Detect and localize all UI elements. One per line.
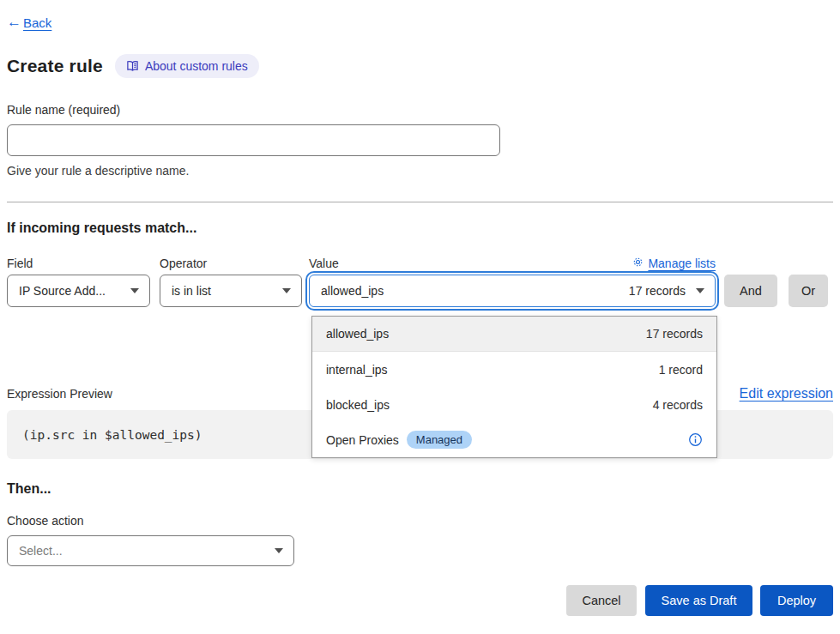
- save-as-draft-button[interactable]: Save as Draft: [645, 585, 752, 616]
- cancel-button[interactable]: Cancel: [566, 585, 637, 616]
- and-button[interactable]: And: [724, 275, 777, 307]
- info-icon[interactable]: [688, 432, 703, 447]
- action-select-placeholder: Select...: [19, 544, 63, 558]
- section-divider: [7, 202, 833, 202]
- create-rule-page: ←Back Create rule About custom rules Rul…: [0, 0, 840, 634]
- value-select-wrap: allowed_ips 17 records allowed_ips 17 re…: [309, 275, 716, 307]
- list-item-allowed-ips[interactable]: allowed_ips 17 records: [312, 317, 716, 352]
- operator-select-value: is in list: [172, 284, 211, 298]
- value-select[interactable]: allowed_ips 17 records: [309, 275, 716, 307]
- back-link[interactable]: ←Back: [7, 14, 51, 31]
- match-heading: If incoming requests match...: [7, 220, 833, 236]
- match-labels-row: Field Operator Value Manage lists: [7, 257, 833, 270]
- field-label: Field: [7, 257, 150, 270]
- rule-name-label: Rule name (required): [7, 103, 833, 117]
- value-dropdown-menu: allowed_ips 17 records internal_ips 1 re…: [311, 316, 717, 458]
- list-name: internal_ips: [326, 363, 388, 377]
- edit-expression-link[interactable]: Edit expression: [740, 386, 833, 402]
- about-custom-rules-badge[interactable]: About custom rules: [115, 54, 259, 78]
- list-item-internal-ips[interactable]: internal_ips 1 record: [312, 352, 716, 387]
- list-record-count: 4 records: [653, 398, 703, 412]
- operator-select[interactable]: is in list: [160, 275, 302, 307]
- about-badge-label: About custom rules: [145, 59, 248, 73]
- list-name: blocked_ips: [326, 398, 390, 412]
- list-item-open-proxies[interactable]: Open Proxies Managed: [312, 422, 716, 457]
- action-select[interactable]: Select...: [7, 535, 294, 566]
- then-heading: Then...: [7, 481, 833, 497]
- managed-badge: Managed: [407, 431, 472, 449]
- back-link-label: Back: [23, 15, 51, 30]
- value-select-value: allowed_ips: [321, 284, 384, 298]
- value-label: Value: [309, 257, 339, 270]
- list-record-count: 1 record: [659, 363, 703, 377]
- choose-action-label: Choose action: [7, 514, 833, 528]
- operator-label: Operator: [160, 257, 302, 270]
- chevron-down-icon: [696, 288, 704, 293]
- field-select[interactable]: IP Source Add...: [7, 275, 150, 307]
- list-item-blocked-ips[interactable]: blocked_ips 4 records: [312, 387, 716, 422]
- or-button[interactable]: Or: [789, 275, 828, 307]
- back-arrow-icon: ←: [7, 14, 21, 31]
- value-record-count: 17 records: [629, 284, 686, 298]
- gear-icon: [632, 257, 644, 270]
- page-title: Create rule: [7, 56, 103, 76]
- chevron-down-icon: [282, 288, 291, 293]
- list-record-count: 17 records: [646, 327, 703, 341]
- match-controls-row: IP Source Add... is in list allowed_ips …: [7, 275, 833, 307]
- chevron-down-icon: [275, 548, 283, 553]
- chevron-down-icon: [130, 288, 139, 293]
- expression-preview-label: Expression Preview: [7, 387, 112, 401]
- book-icon: [126, 60, 139, 72]
- deploy-button[interactable]: Deploy: [760, 585, 833, 616]
- rule-name-help: Give your rule a descriptive name.: [7, 164, 833, 178]
- manage-lists-label: Manage lists: [648, 257, 716, 270]
- expression-code: (ip.src in $allowed_ips): [22, 428, 202, 442]
- list-name: allowed_ips: [326, 327, 389, 341]
- field-select-value: IP Source Add...: [19, 284, 106, 298]
- title-row: Create rule About custom rules: [7, 54, 833, 78]
- footer-actions: Cancel Save as Draft Deploy: [7, 585, 833, 616]
- rule-name-input[interactable]: [7, 124, 500, 156]
- manage-lists-link[interactable]: Manage lists: [632, 257, 716, 270]
- list-name: Open Proxies: [326, 433, 399, 447]
